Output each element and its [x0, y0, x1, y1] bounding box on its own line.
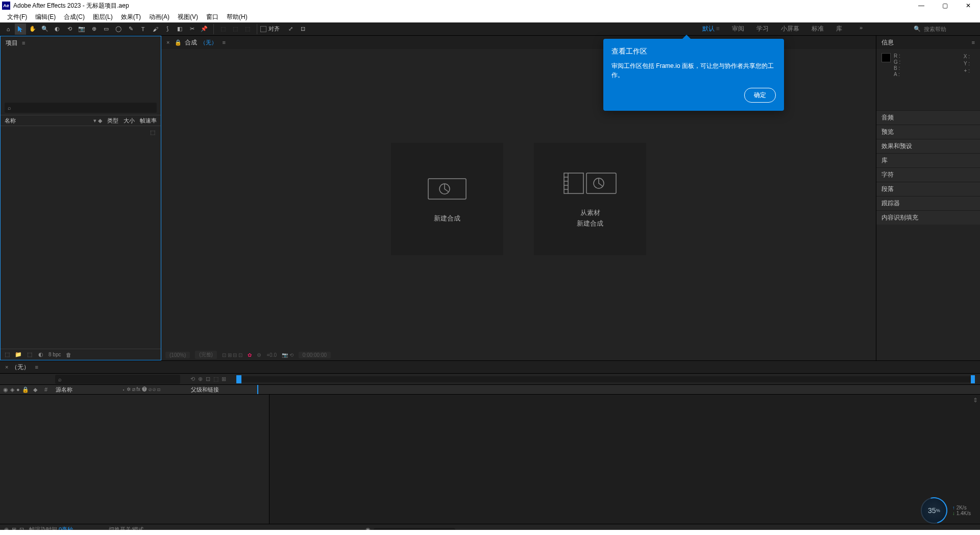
- popup-ok-button[interactable]: 确定: [744, 88, 776, 103]
- workspace-small[interactable]: 小屏幕: [781, 25, 799, 33]
- panel-effects[interactable]: 效果和预设: [876, 139, 980, 153]
- viewer-exposure[interactable]: +0.0: [266, 352, 277, 358]
- panel-character[interactable]: 字符: [876, 167, 980, 182]
- panel-paragraph[interactable]: 段落: [876, 182, 980, 196]
- roto-tool[interactable]: ✂: [186, 23, 198, 35]
- orbit-tool[interactable]: ◐: [52, 23, 63, 35]
- extra-tool-3[interactable]: ⬚: [242, 23, 253, 35]
- puppet-tool[interactable]: 📌: [199, 23, 210, 35]
- eraser-tool[interactable]: ◧: [174, 23, 185, 35]
- workspace-more[interactable]: »: [860, 25, 863, 33]
- menu-animation[interactable]: 动画(A): [145, 13, 174, 21]
- col-type[interactable]: 类型: [107, 117, 118, 125]
- timeline-layer-list[interactable]: [0, 395, 269, 524]
- panel-libraries[interactable]: 库: [876, 153, 980, 167]
- timeline-icon-3[interactable]: ⊡: [206, 376, 210, 382]
- new-composition-card[interactable]: 新建合成: [391, 143, 503, 255]
- snap-checkbox[interactable]: [260, 26, 266, 32]
- workspace-review[interactable]: 审阅: [732, 25, 744, 33]
- new-from-footage-card[interactable]: 从素材新建合成: [534, 143, 646, 255]
- ellipse-tool[interactable]: ◯: [113, 23, 124, 35]
- col-size[interactable]: 大小: [124, 117, 135, 125]
- viewer-icon4[interactable]: 📷 ⟲: [282, 352, 293, 358]
- snap-opt-1[interactable]: ⤢: [285, 23, 296, 35]
- snap-toggle[interactable]: 对齐: [260, 25, 280, 33]
- minimize-button[interactable]: —: [910, 0, 933, 11]
- playhead[interactable]: [236, 375, 241, 383]
- color-depth[interactable]: 8 bpc: [48, 352, 61, 357]
- panel-tracker[interactable]: 跟踪器: [876, 196, 980, 210]
- project-body[interactable]: ⬚: [1, 126, 161, 349]
- project-search[interactable]: ⌕: [5, 103, 157, 113]
- col-source-name[interactable]: 源名称: [56, 386, 122, 394]
- col-name[interactable]: 名称: [5, 117, 88, 125]
- viewer-time[interactable]: 0:00:00:00: [299, 352, 331, 358]
- viewer-resolution[interactable]: (完整): [195, 351, 217, 359]
- viewer-icon[interactable]: ⊡ ⊞ ⊟ ⊡: [222, 352, 242, 358]
- hand-tool[interactable]: ✋: [27, 23, 38, 35]
- close-button[interactable]: ✕: [957, 0, 980, 11]
- extra-tool-1[interactable]: ⬚: [217, 23, 229, 35]
- workspace-default[interactable]: 默认 ≡: [702, 25, 720, 33]
- viewer-tab-none: （无）: [200, 39, 217, 46]
- timeline-scroll-icon[interactable]: ⇕: [973, 397, 978, 404]
- panel-content-aware[interactable]: 内容识别填充: [876, 210, 980, 225]
- info-panel-menu[interactable]: ≡: [972, 39, 975, 45]
- viewer-tab-close[interactable]: ×: [166, 39, 169, 45]
- help-search-input[interactable]: [924, 26, 975, 32]
- col-tag[interactable]: ▾ ◆: [93, 117, 102, 124]
- menu-layer[interactable]: 图层(L): [89, 13, 117, 21]
- timeline-tab-menu[interactable]: ≡: [35, 364, 38, 370]
- maximize-button[interactable]: ▢: [933, 0, 957, 11]
- timeline-icon-5[interactable]: ⊞: [222, 376, 226, 382]
- panel-preview[interactable]: 预览: [876, 125, 980, 139]
- menu-composition[interactable]: 合成(C): [60, 13, 89, 21]
- viewer-icon2[interactable]: ✿: [248, 352, 252, 358]
- workspace-learn[interactable]: 学习: [756, 25, 769, 33]
- selection-tool[interactable]: [15, 23, 26, 35]
- panel-audio[interactable]: 音频: [876, 110, 980, 125]
- viewer-icon3[interactable]: ⚙: [257, 352, 261, 358]
- pan-behind-tool[interactable]: ⊕: [88, 23, 100, 35]
- timeline-ruler[interactable]: [236, 376, 975, 382]
- col-fps[interactable]: 帧速率: [140, 117, 157, 125]
- menu-effect[interactable]: 效果(T): [117, 13, 145, 21]
- timeline-icon-2[interactable]: ⊕: [198, 376, 203, 382]
- viewer-tab-menu[interactable]: ≡: [222, 39, 225, 45]
- trash-icon[interactable]: 🗑: [65, 351, 72, 358]
- timeline-graph[interactable]: ⇕: [269, 395, 980, 524]
- clone-tool[interactable]: ⟆: [162, 23, 173, 35]
- menu-edit[interactable]: 编辑(E): [31, 13, 60, 21]
- help-search[interactable]: 🔍: [914, 26, 975, 32]
- extra-tool-2[interactable]: ⬚: [230, 23, 241, 35]
- rotate-tool[interactable]: ⟲: [64, 23, 75, 35]
- menu-help[interactable]: 帮助(H): [223, 13, 252, 21]
- viewer-zoom[interactable]: (100%): [165, 352, 190, 358]
- menu-view[interactable]: 视图(V): [174, 13, 202, 21]
- menu-window[interactable]: 窗口: [202, 13, 223, 21]
- timeline-tab-close[interactable]: ×: [5, 364, 8, 370]
- col-parent[interactable]: 父级和链接: [191, 386, 257, 394]
- menu-file[interactable]: 文件(F): [3, 13, 31, 21]
- camera-tool[interactable]: 📷: [76, 23, 87, 35]
- pen-tool[interactable]: ✎: [125, 23, 136, 35]
- rect-tool[interactable]: ▭: [101, 23, 112, 35]
- adjust-icon[interactable]: ◐: [37, 351, 44, 358]
- folder-icon[interactable]: 📁: [15, 351, 22, 358]
- new-comp-icon[interactable]: ⬚: [26, 351, 33, 358]
- flowchart-icon[interactable]: ⬚: [149, 128, 157, 136]
- timeline-icon-1[interactable]: ⟲: [190, 376, 195, 382]
- timeline-icon-4[interactable]: ⬚: [213, 376, 218, 382]
- work-area-end[interactable]: [971, 375, 975, 383]
- workspace-libraries[interactable]: 库: [836, 25, 842, 33]
- viewer-lock-icon[interactable]: 🔒: [175, 39, 182, 46]
- workspace-standard[interactable]: 标准: [812, 25, 824, 33]
- type-tool[interactable]: T: [137, 23, 149, 35]
- snap-opt-2[interactable]: ⊡: [297, 23, 308, 35]
- zoom-tool[interactable]: 🔍: [39, 23, 51, 35]
- timeline-search[interactable]: ⌕: [55, 375, 180, 384]
- interpret-icon[interactable]: ⬚: [4, 351, 11, 358]
- project-panel-menu[interactable]: ≡: [22, 40, 25, 46]
- home-tool[interactable]: ⌂: [3, 23, 14, 35]
- brush-tool[interactable]: 🖌: [150, 23, 161, 35]
